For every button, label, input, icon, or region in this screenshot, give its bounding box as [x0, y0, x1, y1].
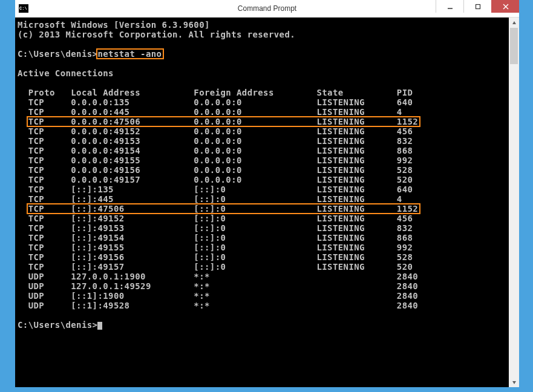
maximize-button[interactable]	[463, 0, 491, 13]
prompt-command: netstat -ano	[97, 49, 162, 59]
table-row: TCP 0.0.0.0:47506 0.0.0.0:0 LISTENING 11…	[18, 117, 509, 126]
console-line	[18, 59, 509, 68]
cmd-icon	[19, 4, 28, 13]
table-row: UDP 127.0.0.1:1900 *:* 2840	[18, 272, 509, 281]
table-row: TCP [::]:47506 [::]:0 LISTENING 1152	[18, 204, 509, 214]
console-text[interactable]: Microsoft Windows [Version 6.3.9600](c) …	[15, 18, 509, 387]
prompt-line: C:\Users\denis>netstat -ano	[18, 49, 509, 59]
console-area: Microsoft Windows [Version 6.3.9600](c) …	[15, 18, 519, 387]
svg-marker-4	[512, 21, 516, 24]
header-line: Microsoft Windows [Version 6.3.9600]	[18, 20, 509, 30]
console-line	[18, 39, 509, 49]
scroll-track[interactable]	[509, 28, 519, 377]
table-row: UDP 127.0.0.1:49529 *:* 2840	[18, 281, 509, 291]
table-row: TCP [::]:49153 [::]:0 LISTENING 832	[18, 223, 509, 233]
prompt-path: C:\Users\denis>	[18, 320, 97, 330]
section-title: Active Connections	[18, 68, 509, 78]
scroll-thumb[interactable]	[510, 28, 518, 64]
header-line: (c) 2013 Microsoft Corporation. All righ…	[18, 30, 509, 39]
table-row: TCP [::]:49156 [::]:0 LISTENING 528	[18, 252, 509, 262]
table-row: TCP 0.0.0.0:135 0.0.0.0:0 LISTENING 640	[18, 97, 509, 107]
scroll-down-button[interactable]	[509, 377, 519, 387]
table-row: TCP [::]:135 [::]:0 LISTENING 640	[18, 185, 509, 194]
table-row: TCP [::]:445 [::]:0 LISTENING 4	[18, 194, 509, 204]
console-line	[18, 78, 509, 88]
svg-rect-1	[476, 4, 480, 8]
table-row: TCP 0.0.0.0:49153 0.0.0.0:0 LISTENING 83…	[18, 136, 509, 146]
window-controls	[436, 0, 519, 13]
table-row: TCP 0.0.0.0:49152 0.0.0.0:0 LISTENING 45…	[18, 126, 509, 136]
scrollbar-vertical[interactable]	[509, 18, 519, 387]
table-row: UDP [::1]:49528 *:* 2840	[18, 301, 509, 310]
desktop-background: Command Prompt Microsoft Windows [Versio…	[0, 0, 533, 392]
svg-marker-5	[512, 381, 516, 384]
table-row: TCP 0.0.0.0:49157 0.0.0.0:0 LISTENING 52…	[18, 175, 509, 185]
table-row: TCP [::]:49157 [::]:0 LISTENING 520	[18, 262, 509, 272]
titlebar[interactable]: Command Prompt	[15, 0, 519, 18]
text-cursor	[97, 322, 102, 330]
console-line	[18, 310, 509, 320]
table-row: TCP 0.0.0.0:445 0.0.0.0:0 LISTENING 4	[18, 107, 509, 117]
table-row: TCP 0.0.0.0:49155 0.0.0.0:0 LISTENING 99…	[18, 155, 509, 165]
table-row: TCP [::]:49154 [::]:0 LISTENING 868	[18, 233, 509, 243]
command-prompt-window: Command Prompt Microsoft Windows [Versio…	[15, 0, 519, 387]
scroll-up-button[interactable]	[509, 18, 519, 28]
table-row: TCP [::]:49152 [::]:0 LISTENING 456	[18, 214, 509, 223]
table-header: Proto Local Address Foreign Address Stat…	[18, 88, 509, 97]
table-row: UDP [::1]:1900 *:* 2840	[18, 291, 509, 301]
minimize-button[interactable]	[436, 0, 463, 13]
prompt-line[interactable]: C:\Users\denis>	[18, 320, 509, 330]
table-row: TCP [::]:49155 [::]:0 LISTENING 992	[18, 243, 509, 252]
prompt-path: C:\Users\denis>	[18, 49, 97, 59]
app-icon	[15, 0, 32, 17]
table-row: TCP 0.0.0.0:49156 0.0.0.0:0 LISTENING 52…	[18, 165, 509, 175]
close-button[interactable]	[491, 0, 519, 13]
table-row: TCP 0.0.0.0:49154 0.0.0.0:0 LISTENING 86…	[18, 146, 509, 155]
